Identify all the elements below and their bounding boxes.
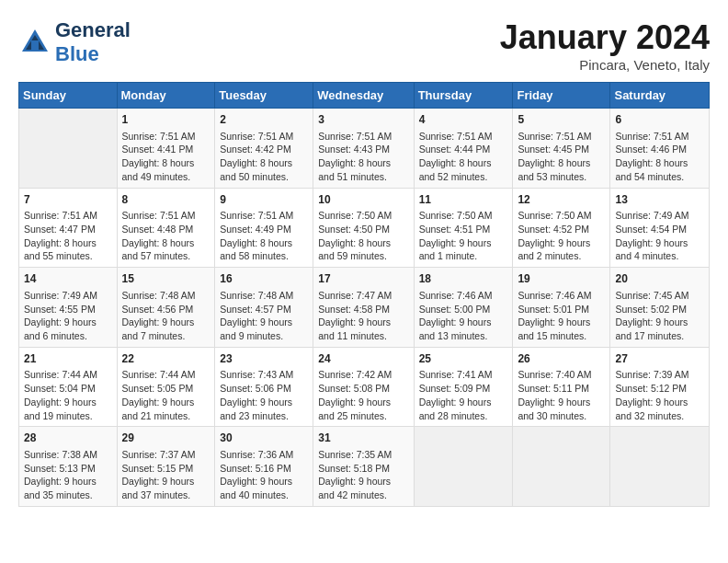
day-number: 6 xyxy=(615,112,704,128)
col-header-friday: Friday xyxy=(513,83,610,109)
day-info: Sunrise: 7:37 AM Sunset: 5:15 PM Dayligh… xyxy=(122,448,210,502)
day-number: 24 xyxy=(318,351,408,367)
calendar-body: 1Sunrise: 7:51 AM Sunset: 4:41 PM Daylig… xyxy=(19,109,710,507)
day-number: 21 xyxy=(24,351,112,367)
week-row-5: 28Sunrise: 7:38 AM Sunset: 5:13 PM Dayli… xyxy=(19,427,710,507)
day-number: 27 xyxy=(615,351,704,367)
week-row-4: 21Sunrise: 7:44 AM Sunset: 5:04 PM Dayli… xyxy=(19,347,710,427)
day-info: Sunrise: 7:48 AM Sunset: 4:57 PM Dayligh… xyxy=(220,289,308,343)
day-info: Sunrise: 7:41 AM Sunset: 5:09 PM Dayligh… xyxy=(419,368,508,422)
page-header: General Blue January 2024 Pincara, Venet… xyxy=(18,18,710,73)
day-number: 20 xyxy=(615,271,704,287)
calendar-cell xyxy=(610,427,710,507)
day-number: 5 xyxy=(518,112,605,128)
day-info: Sunrise: 7:51 AM Sunset: 4:43 PM Dayligh… xyxy=(318,130,408,184)
day-number: 25 xyxy=(419,351,508,367)
day-number: 8 xyxy=(122,192,210,208)
day-number: 14 xyxy=(24,271,112,287)
day-number: 29 xyxy=(122,431,210,446)
calendar-cell: 10Sunrise: 7:50 AM Sunset: 4:50 PM Dayli… xyxy=(313,188,414,268)
day-number: 26 xyxy=(518,351,605,367)
logo: General Blue xyxy=(18,18,131,66)
col-header-wednesday: Wednesday xyxy=(313,83,414,109)
day-info: Sunrise: 7:51 AM Sunset: 4:41 PM Dayligh… xyxy=(122,130,210,184)
calendar-cell: 21Sunrise: 7:44 AM Sunset: 5:04 PM Dayli… xyxy=(19,347,118,427)
calendar-cell: 7Sunrise: 7:51 AM Sunset: 4:47 PM Daylig… xyxy=(19,188,118,268)
calendar-cell: 5Sunrise: 7:51 AM Sunset: 4:45 PM Daylig… xyxy=(513,109,610,189)
svg-rect-2 xyxy=(31,40,39,52)
calendar-cell: 26Sunrise: 7:40 AM Sunset: 5:11 PM Dayli… xyxy=(513,347,610,427)
day-info: Sunrise: 7:50 AM Sunset: 4:52 PM Dayligh… xyxy=(518,209,605,263)
week-row-2: 7Sunrise: 7:51 AM Sunset: 4:47 PM Daylig… xyxy=(19,188,710,268)
calendar-cell: 17Sunrise: 7:47 AM Sunset: 4:58 PM Dayli… xyxy=(313,268,414,348)
day-info: Sunrise: 7:51 AM Sunset: 4:48 PM Dayligh… xyxy=(122,209,210,263)
week-row-1: 1Sunrise: 7:51 AM Sunset: 4:41 PM Daylig… xyxy=(19,109,710,189)
calendar-cell: 22Sunrise: 7:44 AM Sunset: 5:05 PM Dayli… xyxy=(117,347,215,427)
day-info: Sunrise: 7:50 AM Sunset: 4:51 PM Dayligh… xyxy=(419,209,508,263)
day-number: 3 xyxy=(318,112,408,128)
day-number: 10 xyxy=(318,192,408,208)
day-info: Sunrise: 7:43 AM Sunset: 5:06 PM Dayligh… xyxy=(220,368,308,422)
day-info: Sunrise: 7:36 AM Sunset: 5:16 PM Dayligh… xyxy=(220,448,308,502)
calendar-cell: 23Sunrise: 7:43 AM Sunset: 5:06 PM Dayli… xyxy=(215,347,313,427)
calendar-cell xyxy=(414,427,513,507)
day-info: Sunrise: 7:35 AM Sunset: 5:18 PM Dayligh… xyxy=(318,448,408,502)
calendar-table: SundayMondayTuesdayWednesdayThursdayFrid… xyxy=(18,82,710,507)
day-info: Sunrise: 7:44 AM Sunset: 5:04 PM Dayligh… xyxy=(24,368,112,422)
day-info: Sunrise: 7:51 AM Sunset: 4:46 PM Dayligh… xyxy=(615,130,704,184)
calendar-cell: 28Sunrise: 7:38 AM Sunset: 5:13 PM Dayli… xyxy=(19,427,118,507)
calendar-cell: 13Sunrise: 7:49 AM Sunset: 4:54 PM Dayli… xyxy=(610,188,710,268)
day-info: Sunrise: 7:44 AM Sunset: 5:05 PM Dayligh… xyxy=(122,368,210,422)
calendar-cell: 31Sunrise: 7:35 AM Sunset: 5:18 PM Dayli… xyxy=(313,427,414,507)
calendar-cell xyxy=(19,109,118,189)
calendar-cell: 16Sunrise: 7:48 AM Sunset: 4:57 PM Dayli… xyxy=(215,268,313,348)
header-row: SundayMondayTuesdayWednesdayThursdayFrid… xyxy=(19,83,710,109)
calendar-cell: 4Sunrise: 7:51 AM Sunset: 4:44 PM Daylig… xyxy=(414,109,513,189)
day-number: 11 xyxy=(419,192,508,208)
day-number: 22 xyxy=(122,351,210,367)
title-block: January 2024 Pincara, Veneto, Italy xyxy=(500,18,710,73)
col-header-monday: Monday xyxy=(117,83,215,109)
col-header-thursday: Thursday xyxy=(414,83,513,109)
calendar-cell: 2Sunrise: 7:51 AM Sunset: 4:42 PM Daylig… xyxy=(215,109,313,189)
day-number: 28 xyxy=(24,431,112,446)
calendar-cell: 8Sunrise: 7:51 AM Sunset: 4:48 PM Daylig… xyxy=(117,188,215,268)
day-number: 7 xyxy=(24,192,112,208)
day-info: Sunrise: 7:51 AM Sunset: 4:42 PM Dayligh… xyxy=(220,130,308,184)
calendar-cell: 19Sunrise: 7:46 AM Sunset: 5:01 PM Dayli… xyxy=(513,268,610,348)
calendar-cell: 11Sunrise: 7:50 AM Sunset: 4:51 PM Dayli… xyxy=(414,188,513,268)
day-info: Sunrise: 7:50 AM Sunset: 4:50 PM Dayligh… xyxy=(318,209,408,263)
calendar-cell: 14Sunrise: 7:49 AM Sunset: 4:55 PM Dayli… xyxy=(19,268,118,348)
calendar-cell: 9Sunrise: 7:51 AM Sunset: 4:49 PM Daylig… xyxy=(215,188,313,268)
calendar-cell: 15Sunrise: 7:48 AM Sunset: 4:56 PM Dayli… xyxy=(117,268,215,348)
day-info: Sunrise: 7:51 AM Sunset: 4:45 PM Dayligh… xyxy=(518,130,605,184)
day-number: 9 xyxy=(220,192,308,208)
day-number: 2 xyxy=(220,112,308,128)
week-row-3: 14Sunrise: 7:49 AM Sunset: 4:55 PM Dayli… xyxy=(19,268,710,348)
day-number: 16 xyxy=(220,271,308,287)
logo-blue-text: Blue xyxy=(55,42,99,65)
calendar-cell: 6Sunrise: 7:51 AM Sunset: 4:46 PM Daylig… xyxy=(610,109,710,189)
day-info: Sunrise: 7:39 AM Sunset: 5:12 PM Dayligh… xyxy=(615,368,704,422)
calendar-cell: 18Sunrise: 7:46 AM Sunset: 5:00 PM Dayli… xyxy=(414,268,513,348)
day-info: Sunrise: 7:46 AM Sunset: 5:01 PM Dayligh… xyxy=(518,289,605,343)
day-info: Sunrise: 7:38 AM Sunset: 5:13 PM Dayligh… xyxy=(24,448,112,502)
day-info: Sunrise: 7:45 AM Sunset: 5:02 PM Dayligh… xyxy=(615,289,704,343)
day-info: Sunrise: 7:49 AM Sunset: 4:55 PM Dayligh… xyxy=(24,289,112,343)
day-info: Sunrise: 7:48 AM Sunset: 4:56 PM Dayligh… xyxy=(122,289,210,343)
calendar-header: SundayMondayTuesdayWednesdayThursdayFrid… xyxy=(19,83,710,109)
day-number: 18 xyxy=(419,271,508,287)
calendar-cell: 20Sunrise: 7:45 AM Sunset: 5:02 PM Dayli… xyxy=(610,268,710,348)
calendar-cell: 1Sunrise: 7:51 AM Sunset: 4:41 PM Daylig… xyxy=(117,109,215,189)
day-number: 19 xyxy=(518,271,605,287)
day-number: 23 xyxy=(220,351,308,367)
calendar-cell: 30Sunrise: 7:36 AM Sunset: 5:16 PM Dayli… xyxy=(215,427,313,507)
calendar-cell: 27Sunrise: 7:39 AM Sunset: 5:12 PM Dayli… xyxy=(610,347,710,427)
logo-icon xyxy=(18,26,51,59)
day-number: 1 xyxy=(122,112,210,128)
calendar-cell: 3Sunrise: 7:51 AM Sunset: 4:43 PM Daylig… xyxy=(313,109,414,189)
col-header-saturday: Saturday xyxy=(610,83,710,109)
day-info: Sunrise: 7:42 AM Sunset: 5:08 PM Dayligh… xyxy=(318,368,408,422)
calendar-cell: 25Sunrise: 7:41 AM Sunset: 5:09 PM Dayli… xyxy=(414,347,513,427)
day-info: Sunrise: 7:51 AM Sunset: 4:47 PM Dayligh… xyxy=(24,209,112,263)
